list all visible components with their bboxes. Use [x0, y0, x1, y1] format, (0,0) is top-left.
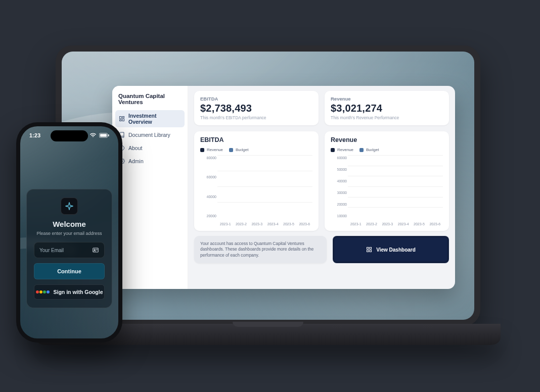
google-signin-button[interactable]: Sign in with Google	[34, 284, 105, 300]
app-logo-icon	[61, 198, 78, 215]
chart-legend: Revenue Budget	[200, 148, 312, 152]
sidebar-item-label: Document Library	[128, 132, 170, 138]
google-signin-label: Sign in with Google	[54, 289, 103, 295]
kpi-sublabel: This month's Revenue Performance	[331, 115, 443, 120]
kpi-value: $2,738,493	[200, 103, 312, 114]
sidebar: Quantum Capital Ventures Investment Over…	[112, 86, 188, 289]
x-tick: 2023-1	[348, 222, 364, 226]
x-tick: 2023-6	[297, 222, 312, 226]
footer-row: Your account has access to Quantum Capit…	[194, 236, 449, 263]
email-field[interactable]: Your Email	[34, 242, 105, 258]
app-title: Quantum Capital Ventures	[115, 91, 185, 110]
legend-item-revenue: Revenue	[200, 148, 223, 152]
chart-plot: 2023-12023-22023-32023-42023-52023-6	[217, 155, 312, 226]
welcome-subtitle: Please enter your email address	[36, 231, 102, 236]
kpi-card-ebitda: EBITDA $2,738,493 This month's EBITDA pe…	[194, 91, 319, 125]
x-tick: 2023-5	[411, 222, 427, 226]
sidebar-item-investment-overview[interactable]: Investment Overview	[115, 110, 185, 127]
kpi-label: Revenue	[331, 96, 443, 102]
kpi-row: EBITDA $2,738,493 This month's EBITDA pe…	[194, 91, 449, 125]
y-axis: 600005000040000300002000010000	[331, 155, 348, 226]
welcome-title: Welcome	[53, 220, 86, 228]
laptop-screen: Quantum Capital Ventures Investment Over…	[62, 52, 474, 320]
svg-rect-11	[367, 250, 369, 252]
status-time: 1:23	[29, 132, 40, 138]
sidebar-item-admin[interactable]: Admin	[115, 156, 185, 167]
x-tick: 2023-2	[364, 222, 379, 226]
svg-point-20	[94, 249, 96, 251]
view-dashboard-label: View Dashboard	[376, 247, 416, 253]
kpi-label: EBITDA	[200, 96, 312, 102]
chart-title: Revenue	[331, 136, 443, 143]
wifi-icon	[89, 133, 97, 138]
continue-button[interactable]: Continue	[34, 263, 105, 279]
sidebar-item-label: Investment Overview	[128, 113, 181, 125]
dashboard-main: EBITDA $2,738,493 This month's EBITDA pe…	[188, 86, 455, 289]
login-card: Welcome Please enter your email address …	[26, 189, 112, 308]
view-dashboard-button[interactable]: View Dashboard	[333, 236, 449, 263]
svg-rect-3	[120, 120, 122, 121]
x-axis: 2023-12023-22023-32023-42023-52023-6	[217, 222, 312, 226]
svg-rect-8	[367, 248, 369, 250]
contact-card-icon	[92, 247, 99, 254]
legend-item-revenue: Revenue	[331, 148, 353, 152]
svg-rect-18	[108, 134, 109, 136]
chart-card-ebitda: EBITDA Revenue Budget 800006000040000200…	[194, 131, 319, 231]
x-tick: 2023-4	[265, 222, 281, 226]
sidebar-item-document-library[interactable]: Document Library	[115, 129, 185, 140]
svg-rect-2	[122, 119, 124, 121]
chart-row: EBITDA Revenue Budget 800006000040000200…	[194, 131, 449, 231]
kpi-value: $3,021,274	[331, 103, 443, 114]
chart-area: 80000600004000020000 2023-12023-22023-32…	[200, 155, 312, 226]
x-tick: 2023-3	[249, 222, 265, 226]
chart-title: EBITDA	[200, 136, 312, 143]
svg-rect-17	[100, 134, 107, 136]
sidebar-item-about[interactable]: About	[115, 142, 185, 154]
kpi-sublabel: This month's EBITDA performance	[200, 115, 312, 120]
grid-icon	[366, 247, 372, 253]
svg-rect-9	[370, 248, 372, 250]
sidebar-nav: Investment Overview Document Library	[115, 110, 185, 167]
phone-body: 1:23	[16, 122, 122, 342]
svg-rect-0	[120, 117, 122, 119]
phone-device: 1:23	[16, 122, 122, 342]
google-logo-icon	[36, 290, 50, 293]
overview-icon	[119, 116, 125, 122]
svg-rect-1	[122, 117, 124, 118]
x-tick: 2023-5	[281, 222, 296, 226]
x-tick: 2023-1	[217, 222, 233, 226]
dynamic-island	[51, 130, 88, 141]
phone-screen: 1:23	[20, 126, 118, 338]
email-placeholder: Your Email	[39, 248, 64, 253]
sidebar-item-label: Admin	[128, 158, 144, 164]
x-tick: 2023-6	[427, 222, 443, 226]
dashboard-window: Quantum Capital Ventures Investment Over…	[112, 86, 455, 289]
y-axis: 80000600004000020000	[200, 155, 217, 226]
svg-rect-10	[370, 250, 372, 252]
legend-item-budget: Budget	[359, 148, 379, 152]
access-note: Your account has access to Quantum Capit…	[194, 236, 327, 263]
sidebar-item-label: About	[128, 145, 142, 151]
battery-icon	[99, 133, 109, 138]
kpi-card-revenue: Revenue $3,021,274 This month's Revenue …	[325, 91, 449, 125]
x-tick: 2023-2	[233, 222, 249, 226]
legend-item-budget: Budget	[229, 148, 248, 152]
